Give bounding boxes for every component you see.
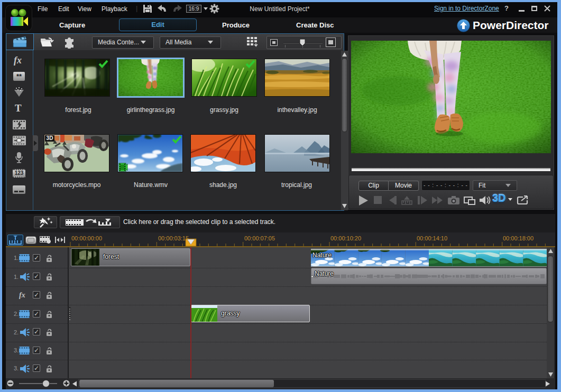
svg-text:00:00:14:10: 00:00:14:10 bbox=[417, 235, 447, 241]
svg-text:00:00:18:00: 00:00:18:00 bbox=[503, 235, 534, 241]
svg-text:00:00:00:00: 00:00:00:00 bbox=[71, 235, 102, 241]
svg-text:00:00:07:05: 00:00:07:05 bbox=[244, 235, 275, 241]
svg-text:00:00:03:15: 00:00:03:15 bbox=[158, 235, 189, 241]
svg-text:00:00:10:20: 00:00:10:20 bbox=[330, 235, 361, 241]
svg-text:fx: fx bbox=[14, 55, 22, 66]
